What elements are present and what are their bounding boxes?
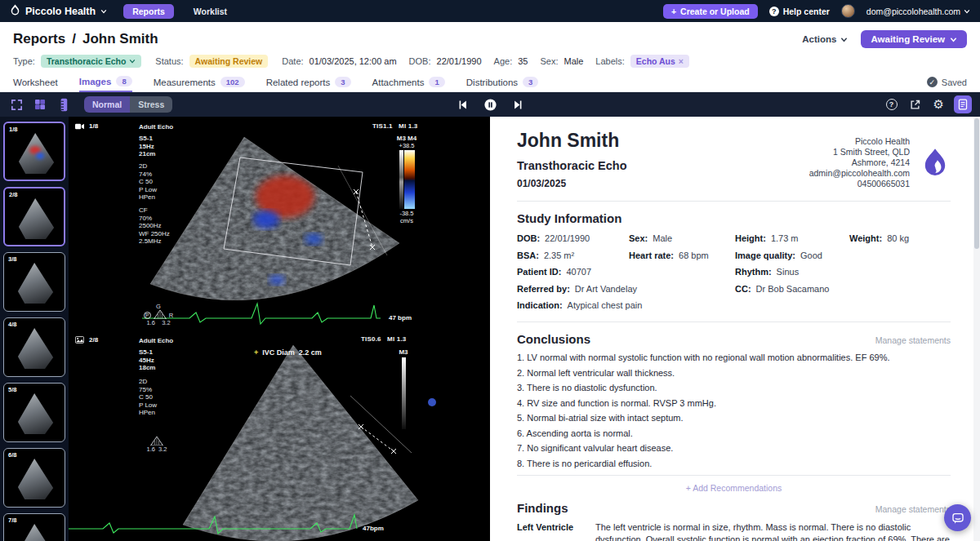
ultrasound-image-1[interactable]: 1/8 Adult Echo S5-1 15Hz 21cm 2D 74% C 5…	[69, 117, 490, 330]
user-menu[interactable]: dom@piccolohealth.com	[866, 7, 970, 16]
mode-normal-button[interactable]: Normal	[84, 96, 130, 113]
machine-title: Adult Echo	[139, 123, 173, 131]
plus-icon: +	[671, 7, 676, 16]
add-recommendations-button[interactable]: + Add Recommendations	[517, 483, 951, 493]
skip-start-button[interactable]	[454, 96, 470, 113]
thumbnail-index: 6/8	[8, 451, 16, 459]
field-value: Good	[800, 251, 822, 260]
tab-label: Worksheet	[13, 78, 58, 87]
image-viewer: 1/8 Adult Echo S5-1 15Hz 21cm 2D 74% C 5…	[69, 117, 490, 541]
practice-logo-flame-icon	[921, 148, 949, 182]
manage-statements-link[interactable]: Manage statements	[875, 335, 951, 345]
viewer-help-icon[interactable]: ?	[886, 99, 898, 110]
layout-grid-icon[interactable]	[32, 96, 48, 113]
field-label: Sex:	[629, 233, 648, 243]
mode-stress-button[interactable]: Stress	[130, 96, 172, 113]
conclusions-list: 1. LV normal with normal systolic functi…	[517, 353, 951, 468]
tab-related-reports[interactable]: Related reports 3	[266, 73, 351, 92]
conclusion-item[interactable]: 5. Normal bi-atrial size with intact sep…	[517, 413, 951, 423]
page-header: Reports / John Smith Actions Awaiting Re…	[0, 22, 980, 73]
ultrasound-image-2[interactable]: 2/8 Adult Echo S5-1 45Hz 18cm 2D 75% C 5…	[69, 330, 490, 541]
thumbnail-index: 7/8	[8, 517, 16, 524]
fullscreen-icon[interactable]	[8, 96, 24, 113]
brand[interactable]: Piccolo Health	[10, 4, 107, 19]
thumbnail-2[interactable]: 2/8	[3, 187, 65, 246]
help-center[interactable]: ? Help center	[769, 7, 830, 16]
thumbnail-5[interactable]: 5/8	[3, 383, 65, 442]
colorbar-label: M3	[394, 348, 413, 356]
thumbnail-1[interactable]: 1/8	[3, 122, 65, 181]
thumbnail-3[interactable]: 3/8	[3, 252, 65, 312]
conclusion-item[interactable]: 7. No significant valvular heart disease…	[517, 443, 951, 453]
field-label: DOB:	[517, 233, 540, 243]
settings-gear-icon[interactable]: ⚙	[933, 99, 944, 111]
report-scrollbar-track[interactable]	[973, 117, 980, 541]
study-type-select[interactable]: Transthoracic Echo	[41, 55, 141, 68]
thumbnail-4[interactable]: 4/8	[3, 317, 65, 377]
conclusion-item[interactable]: 4. RV size and function is normal. RVSP …	[517, 398, 951, 408]
image-index: 2/8	[89, 336, 98, 344]
scale-max: +38.5	[390, 142, 423, 149]
chat-launcher[interactable]	[944, 504, 971, 531]
avatar[interactable]	[841, 4, 855, 18]
tab-attachments[interactable]: Attachments 1	[372, 73, 445, 92]
thumbnail-image	[17, 524, 55, 541]
close-icon[interactable]: ×	[679, 56, 684, 66]
stage-ruler-icon[interactable]	[56, 96, 72, 113]
field-value: 22/01/1990	[545, 233, 590, 243]
practice-details: Piccolo Health 1 Smith Street, QLD Ashmo…	[809, 136, 910, 189]
doppler-color-strip	[404, 150, 415, 209]
color-scale-bar: M3 M4 +38.5 -38.5 cm/s	[390, 135, 423, 224]
sex-value: Male	[564, 56, 583, 66]
conclusion-item[interactable]: 2. Normal left ventricular wall thicknes…	[517, 368, 951, 378]
conclusions-title: Conclusions	[517, 332, 590, 346]
chevron-down-icon	[950, 36, 957, 43]
open-external-icon[interactable]	[907, 96, 924, 113]
report-scrollbar-thumb[interactable]	[974, 118, 979, 249]
thumbnail-image	[17, 393, 55, 434]
manage-statements-link[interactable]: Manage statements	[875, 504, 951, 514]
tab-worksheet[interactable]: Worksheet	[13, 73, 58, 92]
tab-images[interactable]: Images 8	[79, 73, 132, 92]
type-label: Type:	[13, 56, 35, 66]
thumbnail-index: 1/8	[9, 126, 17, 133]
field-label: Height:	[735, 233, 766, 243]
saved-label: Saved	[942, 78, 967, 87]
chevron-down-icon	[840, 36, 848, 43]
create-or-upload-button[interactable]: + Create or Upload	[663, 4, 758, 19]
chat-bubble-icon	[951, 512, 964, 525]
breadcrumb-root[interactable]: Reports	[13, 31, 65, 47]
mi-value: MI 1.3	[387, 335, 406, 343]
conclusion-item[interactable]: 8. There is no pericardial effusion.	[517, 459, 951, 468]
nav-item-worklist[interactable]: Worklist	[194, 7, 227, 16]
study-information-title: Study Information	[517, 211, 951, 225]
report-status-button[interactable]: Awaiting Review	[861, 30, 967, 48]
conclusion-item[interactable]: 6. Ascending aorta is normal.	[517, 428, 951, 438]
actions-dropdown[interactable]: Actions	[802, 34, 848, 44]
report-tabs: Worksheet Images 8 Measurements 102 Rela…	[0, 73, 980, 92]
label-tag-text: Echo Aus	[636, 56, 675, 66]
pause-button[interactable]	[482, 96, 498, 113]
study-meta-row: Type: Transthoracic Echo Status: Awaitin…	[0, 48, 980, 68]
tis-value: TIS1.1	[372, 122, 393, 130]
heart-rate-overlay: 47bpm	[363, 525, 384, 532]
practice-email: admin@piccolohealth.com	[809, 168, 910, 179]
field-label: Weight:	[849, 233, 882, 243]
finding-text[interactable]: The left ventricle is normal in size, rh…	[595, 521, 951, 541]
report-panel-toggle[interactable]	[954, 95, 972, 113]
skip-end-button[interactable]	[510, 96, 526, 113]
field-value: 40707	[566, 267, 591, 277]
tab-distributions[interactable]: Distributions 3	[466, 73, 539, 92]
thumbnail-6[interactable]: 6/8	[3, 448, 65, 508]
nav-item-reports[interactable]: Reports	[123, 4, 174, 19]
conclusion-item[interactable]: 1. LV normal with normal systolic functi…	[517, 353, 951, 362]
conclusion-item[interactable]: 3. There is no diastolic dysfunction.	[517, 383, 951, 392]
field-value: Male	[653, 233, 672, 243]
tab-measurements[interactable]: Measurements 102	[154, 73, 245, 92]
date-label: Date:	[282, 56, 303, 66]
field-label: Indication:	[517, 300, 563, 310]
thumbnail-7[interactable]: 7/8	[3, 513, 65, 541]
tab-count-badge: 1	[429, 77, 444, 87]
label-tag: Echo Aus ×	[630, 55, 689, 68]
field-value: Sinus	[777, 267, 800, 277]
